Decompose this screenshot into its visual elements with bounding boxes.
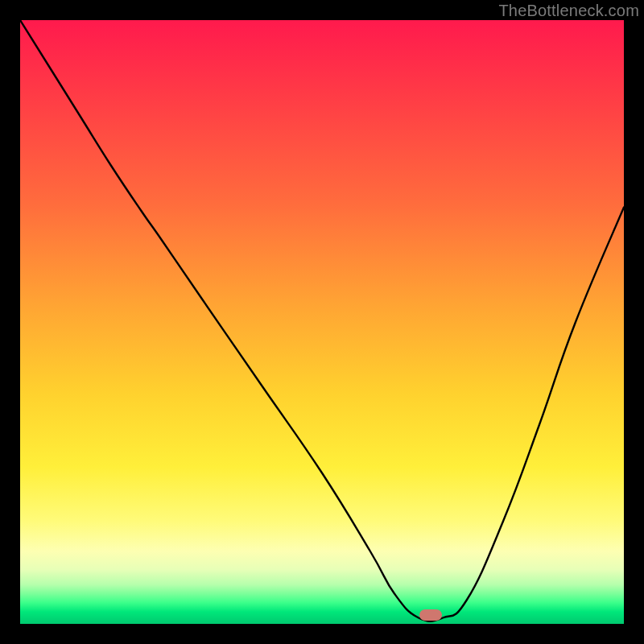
plot-area xyxy=(20,20,624,624)
chart-frame: TheBottleneck.com xyxy=(0,0,644,644)
curve-svg xyxy=(20,20,624,624)
bottleneck-marker xyxy=(419,609,442,621)
bottleneck-curve xyxy=(20,20,624,621)
watermark-text: TheBottleneck.com xyxy=(498,2,639,20)
